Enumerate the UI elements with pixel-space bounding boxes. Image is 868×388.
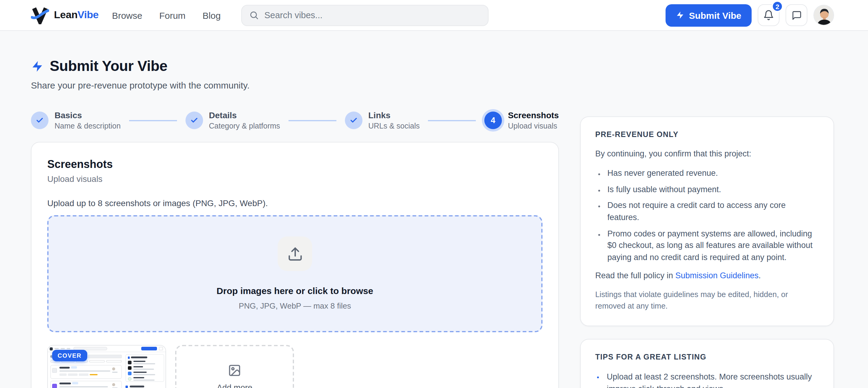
cover-badge: COVER bbox=[52, 350, 87, 361]
tips-card: TIPS FOR A GREAT LISTING Upload at least… bbox=[580, 338, 834, 388]
image-icon bbox=[228, 364, 241, 378]
page-title: Submit Your Vibe bbox=[50, 58, 167, 74]
user-avatar[interactable] bbox=[813, 5, 834, 26]
nav-browse[interactable]: Browse bbox=[112, 10, 142, 20]
step-basics-subtitle: Name & description bbox=[55, 122, 121, 131]
policy-bullet: Has never generated revenue. bbox=[606, 168, 819, 179]
uploaded-thumbnails-row: COVER bbox=[47, 345, 542, 388]
nav-blog[interactable]: Blog bbox=[203, 10, 221, 20]
step-screenshots-subtitle: Upload visuals bbox=[508, 122, 559, 131]
notifications-button[interactable]: 2 bbox=[758, 4, 779, 26]
policy-intro: By continuing, you confirm that this pro… bbox=[595, 148, 819, 160]
main-nav: Browse Forum Blog bbox=[112, 10, 221, 20]
stepper-connector bbox=[288, 120, 336, 121]
tips-bullet: Upload at least 2 screenshots. More scre… bbox=[605, 371, 819, 388]
upload-instruction: Upload up to 8 screenshots or images (PN… bbox=[47, 198, 542, 208]
screenshots-form-card: Screenshots Upload visuals Upload up to … bbox=[31, 142, 559, 388]
policy-card-title: PRE-REVENUE ONLY bbox=[595, 130, 819, 139]
wizard-stepper: Basics Name & description Details Catego… bbox=[31, 110, 559, 131]
checkmark-icon bbox=[36, 117, 44, 125]
search-bar[interactable] bbox=[241, 4, 489, 26]
add-more-tile[interactable]: Add more bbox=[175, 345, 294, 388]
submit-vibe-page: Submit Your Vibe Share your pre-revenue … bbox=[0, 31, 868, 388]
page-subtitle: Share your pre-revenue prototype with th… bbox=[31, 80, 834, 90]
bell-icon bbox=[763, 10, 774, 21]
page-title-bolt-icon bbox=[31, 60, 44, 72]
image-dropzone[interactable]: Drop images here or click to browse PNG,… bbox=[47, 215, 542, 332]
brand-name: LeanVibe bbox=[54, 9, 98, 21]
header-actions: Submit Vibe 2 bbox=[665, 4, 834, 26]
upload-iconbox bbox=[278, 237, 312, 271]
dropzone-subtitle: PNG, JPG, WebP — max 8 files bbox=[239, 302, 351, 311]
policy-bullet: Promo codes or payment systems are allow… bbox=[606, 228, 819, 263]
step-details-title: Details bbox=[209, 110, 280, 121]
brand-logo[interactable]: LeanVibe bbox=[31, 6, 98, 24]
chat-bubble-icon bbox=[791, 10, 802, 20]
pre-revenue-policy-card: PRE-REVENUE ONLY By continuing, you conf… bbox=[580, 116, 834, 326]
step-details-subtitle: Category & platforms bbox=[209, 122, 280, 131]
leanvibe-logo-icon bbox=[31, 6, 49, 24]
search-input[interactable] bbox=[264, 10, 481, 20]
messages-button[interactable] bbox=[785, 4, 807, 26]
notifications-count-badge: 2 bbox=[772, 1, 783, 12]
submission-guidelines-link[interactable]: Submission Guidelines bbox=[675, 271, 758, 280]
checkmark-icon bbox=[190, 117, 198, 125]
step-screenshots-title: Screenshots bbox=[508, 110, 559, 121]
submit-vibe-button[interactable]: Submit Vibe bbox=[665, 4, 752, 26]
checkmark-icon bbox=[349, 117, 357, 125]
step-basics-circle bbox=[31, 112, 49, 129]
stepper-connector bbox=[428, 120, 476, 121]
lightning-bolt-icon bbox=[676, 11, 684, 20]
policy-bullet: Does not require a credit card to access… bbox=[606, 200, 819, 223]
step-links-subtitle: URLs & socials bbox=[368, 122, 420, 131]
stepper-connector bbox=[129, 120, 177, 121]
step-details-circle bbox=[185, 112, 203, 129]
tips-bullet-list: Upload at least 2 screenshots. More scre… bbox=[595, 371, 819, 388]
form-card-title: Screenshots bbox=[47, 158, 542, 171]
search-icon bbox=[249, 10, 259, 20]
nav-forum[interactable]: Forum bbox=[159, 10, 185, 20]
top-navbar: LeanVibe Browse Forum Blog Submit Vibe bbox=[0, 0, 868, 31]
screenshot-thumbnail-1[interactable]: COVER bbox=[47, 345, 166, 388]
step-links-title: Links bbox=[368, 110, 420, 121]
policy-bullet: Is fully usable without payment. bbox=[606, 184, 819, 196]
app-viewport: LeanVibe Browse Forum Blog Submit Vibe bbox=[0, 0, 868, 388]
step-links[interactable]: Links URLs & socials bbox=[345, 110, 420, 131]
step-screenshots-circle: 4 bbox=[484, 112, 502, 129]
step-basics-title: Basics bbox=[55, 110, 121, 121]
upload-icon bbox=[287, 246, 303, 262]
form-card-subtitle: Upload visuals bbox=[47, 174, 542, 184]
step-basics[interactable]: Basics Name & description bbox=[31, 110, 121, 131]
read-full-policy-line: Read the full policy in Submission Guide… bbox=[595, 271, 819, 280]
tips-card-title: TIPS FOR A GREAT LISTING bbox=[595, 353, 819, 361]
step-details[interactable]: Details Category & platforms bbox=[185, 110, 280, 131]
policy-footnote: Listings that violate guidelines may be … bbox=[595, 289, 819, 312]
policy-bullet-list: Has never generated revenue. Is fully us… bbox=[595, 168, 819, 263]
dropzone-title: Drop images here or click to browse bbox=[217, 286, 373, 296]
step-screenshots[interactable]: 4 Screenshots Upload visuals bbox=[484, 110, 559, 131]
add-more-label: Add more bbox=[217, 384, 252, 388]
step-links-circle bbox=[345, 112, 362, 129]
